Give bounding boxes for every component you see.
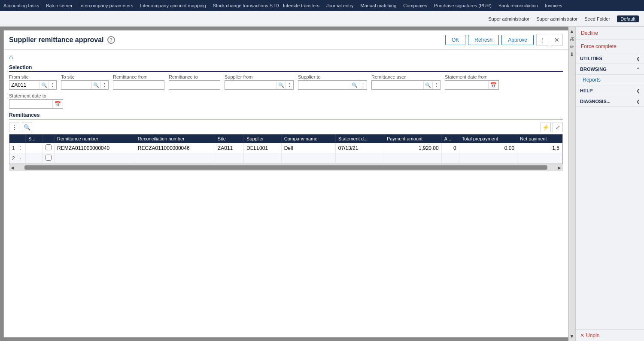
to-site-search-icon[interactable]: 🔍 — [91, 82, 100, 89]
statement-date-to-input[interactable] — [9, 100, 52, 108]
default-badge[interactable]: Default — [617, 15, 639, 22]
remittances-menu-icon[interactable]: ⋮ — [9, 122, 19, 132]
home-icon[interactable]: ⌂ — [9, 53, 13, 61]
strip-icon-2[interactable]: 🖨 — [569, 36, 574, 42]
nav-intercompany-parameters[interactable]: Intercompany parameters — [79, 3, 133, 8]
close-button[interactable]: ✕ — [551, 34, 563, 46]
strip-icon-4[interactable]: ⬇ — [570, 52, 574, 58]
from-site-input[interactable] — [9, 81, 39, 89]
strip-icon-down[interactable]: ▼ — [569, 333, 574, 339]
supplier-to-group: Supplier to 🔍 ⋮ — [298, 74, 367, 90]
folder-label: Seed Folder — [584, 16, 610, 21]
col-company-name[interactable]: Company name — [281, 134, 335, 143]
row-checkbox[interactable] — [46, 144, 52, 150]
col-reconciliation-number[interactable]: Reconciliation number — [135, 134, 215, 143]
row-supplier: DELL001 — [244, 143, 282, 153]
help-icon[interactable]: ? — [107, 36, 115, 44]
remittances-filter-icon[interactable]: ⚡ — [541, 122, 551, 132]
col-payment-amount[interactable]: Payment amount — [384, 134, 442, 143]
col-total-prepayment[interactable]: Total prepayment — [459, 134, 517, 143]
nav-manual-matching[interactable]: Manual matching — [361, 3, 397, 8]
user-info: Super administrator Super administrator … — [488, 15, 639, 22]
more-options-button[interactable]: ⋮ — [536, 34, 548, 46]
strip-icon-1[interactable]: ▲ — [569, 28, 574, 34]
strip-icon-3[interactable]: ✏ — [570, 44, 574, 50]
remittance-to-label: Remittance to — [169, 74, 220, 79]
nav-bank-reconciliation[interactable]: Bank reconciliation — [498, 3, 538, 8]
right-panel: Decline Force complete UTILITIES ❮ BROWS… — [575, 27, 644, 341]
nav-purchase-signatures[interactable]: Purchase signatures (PUR) — [434, 3, 492, 8]
row-a: 0 — [441, 143, 459, 153]
statement-date-from-input[interactable] — [445, 81, 488, 89]
remittances-table-container: S... Remittance number Reconciliation nu… — [9, 134, 563, 164]
unpin-x-icon: ✕ — [580, 332, 584, 338]
nav-accounting-tasks[interactable]: Accounting tasks — [3, 3, 39, 8]
from-site-input-wrap: 🔍 ⋮ — [9, 80, 57, 90]
remittance-to-input[interactable] — [169, 80, 220, 90]
supplier-from-search-icon[interactable]: 🔍 — [276, 82, 286, 89]
col-statement-date[interactable]: Statement d... — [335, 134, 384, 143]
nav-intercompany-account-mapping[interactable]: Intercompany account mapping — [140, 3, 206, 8]
col-net-payment[interactable]: Net payment — [517, 134, 562, 143]
supplier-to-input[interactable] — [298, 81, 350, 89]
nav-stock-change[interactable]: Stock change transactions STD : Intersit… — [213, 3, 319, 8]
to-site-more-icon[interactable]: ⋮ — [100, 82, 108, 89]
to-site-input[interactable] — [61, 81, 91, 89]
force-complete-item[interactable]: Force complete — [576, 40, 644, 53]
col-supplier[interactable]: Supplier — [244, 134, 282, 143]
remittance-user-more-icon[interactable]: ⋮ — [432, 82, 440, 89]
remittances-table: S... Remittance number Reconciliation nu… — [9, 134, 562, 164]
scroll-right-arrow[interactable]: ▶ — [556, 164, 563, 171]
to-site-group: To site 🔍 ⋮ — [61, 74, 109, 90]
row-menu-btn[interactable]: 1 ⋮ — [9, 143, 26, 153]
unpin-item[interactable]: ✕ Unpin — [576, 329, 644, 341]
remittance-from-input[interactable] — [113, 80, 164, 90]
row-kebab-icon[interactable]: ⋮ — [18, 146, 23, 151]
col-a[interactable]: A... — [441, 134, 459, 143]
diagnosis-chevron: ❮ — [636, 99, 640, 104]
col-site[interactable]: Site — [215, 134, 243, 143]
nav-batch-server[interactable]: Batch server — [46, 3, 73, 8]
statement-date-to-calendar-icon[interactable]: 📅 — [52, 100, 63, 108]
nav-invoices[interactable]: Invoices — [545, 3, 562, 8]
remittance-user-input[interactable] — [372, 81, 423, 89]
horizontal-scrollbar[interactable]: ◀ ▶ — [9, 164, 563, 171]
from-site-more-icon[interactable]: ⋮ — [49, 82, 56, 89]
remittances-expand-icon[interactable]: ⤢ — [553, 122, 563, 132]
to-site-label: To site — [61, 74, 109, 79]
remittances-toolbar-left: ⋮ 🔍 — [9, 122, 32, 132]
browsing-label: BROWSING — [580, 67, 607, 72]
diagnosis-section[interactable]: DIAGNOSIS... ❮ — [576, 96, 644, 107]
supplier-from-input[interactable] — [225, 81, 276, 89]
supplier-to-search-icon[interactable]: 🔍 — [350, 82, 359, 89]
statement-date-from-calendar-icon[interactable]: 📅 — [488, 81, 498, 89]
row-checkbox[interactable] — [46, 155, 52, 161]
nav-companies[interactable]: Companies — [403, 3, 427, 8]
statement-date-to-label: Statement date to — [9, 93, 63, 98]
nav-journal-entry[interactable]: Journal entry — [326, 3, 354, 8]
browsing-chevron: ⌃ — [636, 67, 640, 72]
row-kebab-icon[interactable]: ⋮ — [18, 156, 23, 161]
supplier-from-label: Supplier from — [225, 74, 294, 79]
decline-item[interactable]: Decline — [576, 27, 644, 40]
utilities-section[interactable]: UTILITIES ❮ — [576, 53, 644, 64]
scroll-thumb[interactable] — [24, 165, 547, 170]
supplier-to-more-icon[interactable]: ⋮ — [359, 82, 367, 89]
browsing-section[interactable]: BROWSING ⌃ — [576, 64, 644, 75]
statement-date-from-group: Statement date from 📅 — [445, 74, 499, 90]
approve-button[interactable]: Approve — [501, 35, 534, 45]
row-site — [215, 153, 243, 164]
help-section[interactable]: HELP ❮ — [576, 85, 644, 96]
row-checkbox-cell — [43, 143, 55, 153]
remittances-search-icon[interactable]: 🔍 — [22, 122, 32, 132]
col-remittance-number[interactable]: Remittance number — [55, 134, 135, 143]
from-site-search-icon[interactable]: 🔍 — [39, 82, 49, 89]
reports-item[interactable]: Reports — [576, 75, 644, 85]
ok-button[interactable]: OK — [445, 35, 465, 45]
scroll-left-arrow[interactable]: ◀ — [9, 164, 16, 171]
supplier-from-more-icon[interactable]: ⋮ — [286, 82, 293, 89]
row-menu-btn[interactable]: 2 ⋮ — [9, 153, 26, 164]
remittance-user-search-icon[interactable]: 🔍 — [423, 82, 432, 89]
refresh-button[interactable]: Refresh — [468, 35, 499, 45]
to-site-input-wrap: 🔍 ⋮ — [61, 80, 109, 90]
